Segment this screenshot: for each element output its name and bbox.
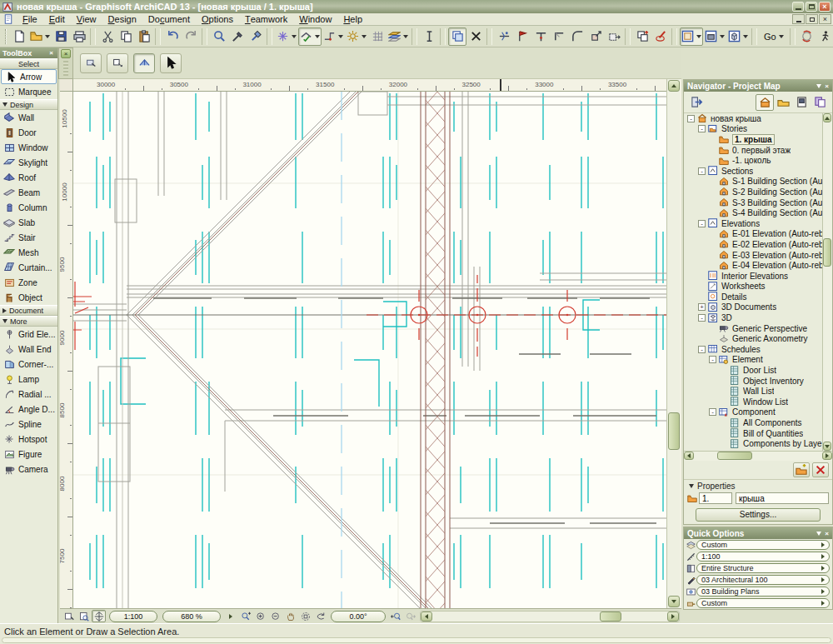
- quick-options-titlebar[interactable]: Quick Options ×: [684, 527, 832, 539]
- tool-wall-end[interactable]: Wall End: [0, 342, 57, 357]
- menu-options[interactable]: Options: [196, 13, 239, 26]
- orbit-button[interactable]: [798, 27, 816, 46]
- story-name-field[interactable]: крыша: [736, 492, 829, 504]
- tree-scroll-right[interactable]: [822, 452, 832, 460]
- dropdown-arrow-icon[interactable]: [315, 35, 320, 38]
- scale-button[interactable]: 1:100: [109, 611, 157, 622]
- gridsnap-button[interactable]: [368, 27, 387, 46]
- mdi-restore-button[interactable]: [806, 14, 818, 24]
- tree-item-3d[interactable]: -3D: [684, 312, 822, 323]
- scroll-up-button[interactable]: [668, 80, 680, 92]
- tree-item-schedules[interactable]: -Schedules: [684, 344, 822, 355]
- tool-corner-[interactable]: Corner-...: [0, 357, 57, 372]
- tool-lamp[interactable]: Lamp: [0, 372, 57, 387]
- tree-item-stories[interactable]: -Stories: [684, 124, 822, 135]
- dragcopy-button[interactable]: [633, 27, 651, 46]
- scroll-left-button[interactable]: [421, 612, 432, 622]
- menu-help[interactable]: Help: [337, 13, 368, 26]
- delete-x-button[interactable]: [466, 27, 485, 46]
- highlight-button[interactable]: [651, 27, 670, 46]
- open-button[interactable]: [28, 27, 52, 46]
- pet1-button[interactable]: [80, 53, 102, 73]
- tree-item-element[interactable]: -Element: [684, 355, 822, 366]
- previous-zoom-button[interactable]: [388, 610, 402, 622]
- inject-button[interactable]: [247, 27, 265, 46]
- quick-preview-button[interactable]: [62, 610, 76, 622]
- collapse-icon[interactable]: -: [709, 408, 716, 416]
- menu-document[interactable]: Document: [142, 13, 196, 26]
- new-file-button[interactable]: [10, 27, 28, 46]
- tree-item-sections[interactable]: -Sections: [684, 166, 822, 177]
- view-floorplan-button[interactable]: [680, 27, 703, 46]
- tree-scroll-left[interactable]: [684, 452, 694, 460]
- tool-angle-d-[interactable]: Angle D...: [0, 402, 57, 417]
- copy-button[interactable]: [117, 27, 135, 46]
- nav-viewmap-button[interactable]: [774, 94, 792, 111]
- quick-option-dropdown[interactable]: Entire Structure: [696, 563, 830, 573]
- tool-spline[interactable]: Spline: [0, 417, 57, 432]
- find-select-button[interactable]: [210, 27, 228, 46]
- tree-item-generic-perspective[interactable]: Generic Perspective: [684, 323, 822, 334]
- next-zoom-button[interactable]: [403, 610, 417, 622]
- tree-hscroll-thumb[interactable]: [717, 452, 752, 460]
- zoom-out-button[interactable]: [268, 610, 282, 622]
- tree-item-s-2-building-section-auto[interactable]: S-2 Building Section (Auto: [684, 187, 822, 197]
- close-button[interactable]: ×: [819, 2, 831, 12]
- menu-design[interactable]: Design: [102, 13, 142, 26]
- rotation-angle-button[interactable]: 0.00°: [331, 611, 386, 622]
- roofpet-button[interactable]: [133, 53, 155, 73]
- toolbox-section-more[interactable]: More: [0, 316, 57, 327]
- tree-item-wall-list[interactable]: Wall List: [684, 386, 822, 397]
- tool-beam[interactable]: Beam: [0, 185, 57, 200]
- dropdown-arrow-icon[interactable]: [292, 35, 297, 38]
- quick-option-dropdown[interactable]: 1:100: [696, 552, 830, 562]
- intersect-button[interactable]: [550, 27, 568, 46]
- redo-button[interactable]: [182, 27, 200, 46]
- dropdown-arrow-icon[interactable]: [720, 35, 725, 38]
- stretch-button[interactable]: [605, 27, 623, 46]
- tree-item-0-первый-этаж[interactable]: 0. первый этаж: [684, 145, 822, 156]
- collapse-icon[interactable]: -: [698, 220, 706, 227]
- tool-door[interactable]: Door: [0, 125, 57, 140]
- tool-zone[interactable]: Zone: [0, 275, 57, 290]
- fit-in-window-button[interactable]: [298, 610, 312, 622]
- dropdown-arrow-icon[interactable]: [696, 35, 701, 38]
- tree-item-e-04-elevation-auto-reb[interactable]: E-04 Elevation (Auto-reb: [684, 260, 822, 271]
- mdi-close-button[interactable]: ×: [819, 14, 831, 24]
- proj-chooser-button[interactable]: [687, 94, 706, 111]
- dropdown-arrow-icon[interactable]: [362, 35, 367, 38]
- tree-item-details[interactable]: Details: [684, 292, 822, 302]
- pickup-button[interactable]: [228, 27, 247, 46]
- tree-item-1-крыша[interactable]: 1. крыша: [684, 134, 822, 145]
- navigator-menu-icon[interactable]: [816, 82, 821, 90]
- collapse-icon[interactable]: -: [709, 356, 716, 363]
- zoom-slider-button[interactable]: [238, 610, 252, 622]
- tool-curtain-[interactable]: Curtain...: [0, 260, 57, 275]
- navigator-close-icon[interactable]: ×: [825, 82, 829, 90]
- canvas-horizontal-scrollbar[interactable]: [420, 611, 680, 622]
- collapse-icon[interactable]: -: [698, 167, 706, 175]
- quick-options-close-icon[interactable]: ×: [825, 530, 829, 537]
- undo-button[interactable]: [163, 27, 182, 46]
- tool-stair[interactable]: Stair: [0, 230, 57, 245]
- dropdown-arrow-icon[interactable]: [779, 35, 784, 38]
- expand-icon[interactable]: +: [698, 303, 706, 311]
- toolbox-section-document[interactable]: Document: [0, 305, 57, 316]
- collapse-icon[interactable]: -: [698, 125, 706, 132]
- split-button[interactable]: [495, 27, 513, 46]
- collapse-icon[interactable]: -: [698, 314, 706, 322]
- scroll-down-button[interactable]: [668, 596, 680, 607]
- tool-skylight[interactable]: Skylight: [0, 155, 57, 170]
- tool-figure[interactable]: Figure: [0, 447, 57, 462]
- tree-item-door-list[interactable]: Door List: [684, 365, 822, 376]
- print-button[interactable]: [70, 27, 88, 46]
- snap-button[interactable]: [275, 27, 298, 46]
- tree-item-all-components[interactable]: All Components: [684, 417, 822, 428]
- tree-item-3d-documents[interactable]: +3D Documents: [684, 302, 822, 313]
- tool-column[interactable]: Column: [0, 200, 57, 215]
- nav-publisher-button[interactable]: [811, 94, 829, 111]
- trace-button[interactable]: [448, 27, 466, 46]
- groups-button[interactable]: [298, 27, 322, 46]
- dropdown-arrow-icon[interactable]: [338, 35, 343, 38]
- menu-teamwork[interactable]: Teamwork: [239, 13, 293, 26]
